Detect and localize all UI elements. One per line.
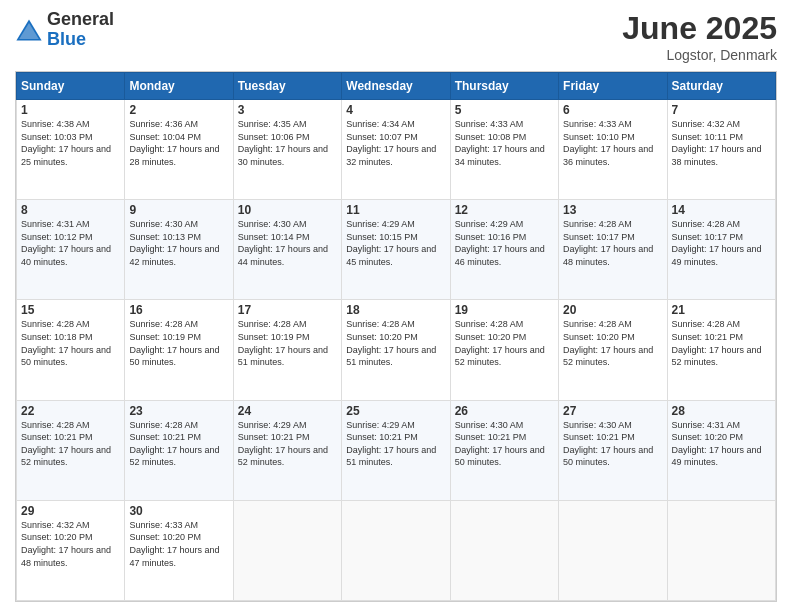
header: General Blue June 2025 Logstor, Denmark (15, 10, 777, 63)
day-number: 19 (455, 303, 554, 317)
day-cell: 22Sunrise: 4:28 AMSunset: 10:21 PMDaylig… (17, 400, 125, 500)
day-info: Sunrise: 4:28 AMSunset: 10:21 PMDaylight… (672, 318, 771, 368)
day-cell: 1Sunrise: 4:38 AMSunset: 10:03 PMDayligh… (17, 100, 125, 200)
day-cell: 4Sunrise: 4:34 AMSunset: 10:07 PMDayligh… (342, 100, 450, 200)
day-info: Sunrise: 4:31 AMSunset: 10:20 PMDaylight… (672, 419, 771, 469)
day-cell: 21Sunrise: 4:28 AMSunset: 10:21 PMDaylig… (667, 300, 775, 400)
day-info: Sunrise: 4:33 AMSunset: 10:08 PMDaylight… (455, 118, 554, 168)
column-header-friday: Friday (559, 73, 667, 100)
day-cell: 29Sunrise: 4:32 AMSunset: 10:20 PMDaylig… (17, 500, 125, 600)
week-row-2: 8Sunrise: 4:31 AMSunset: 10:12 PMDayligh… (17, 200, 776, 300)
day-cell: 3Sunrise: 4:35 AMSunset: 10:06 PMDayligh… (233, 100, 341, 200)
day-info: Sunrise: 4:31 AMSunset: 10:12 PMDaylight… (21, 218, 120, 268)
day-cell: 17Sunrise: 4:28 AMSunset: 10:19 PMDaylig… (233, 300, 341, 400)
day-number: 5 (455, 103, 554, 117)
day-number: 26 (455, 404, 554, 418)
day-info: Sunrise: 4:29 AMSunset: 10:21 PMDaylight… (346, 419, 445, 469)
day-number: 17 (238, 303, 337, 317)
day-cell: 10Sunrise: 4:30 AMSunset: 10:14 PMDaylig… (233, 200, 341, 300)
logo-icon (15, 16, 43, 44)
day-number: 27 (563, 404, 662, 418)
day-number: 1 (21, 103, 120, 117)
day-number: 23 (129, 404, 228, 418)
day-info: Sunrise: 4:35 AMSunset: 10:06 PMDaylight… (238, 118, 337, 168)
day-number: 6 (563, 103, 662, 117)
day-info: Sunrise: 4:29 AMSunset: 10:21 PMDaylight… (238, 419, 337, 469)
day-number: 10 (238, 203, 337, 217)
day-info: Sunrise: 4:32 AMSunset: 10:20 PMDaylight… (21, 519, 120, 569)
day-info: Sunrise: 4:29 AMSunset: 10:15 PMDaylight… (346, 218, 445, 268)
day-info: Sunrise: 4:30 AMSunset: 10:13 PMDaylight… (129, 218, 228, 268)
day-info: Sunrise: 4:30 AMSunset: 10:21 PMDaylight… (455, 419, 554, 469)
day-info: Sunrise: 4:33 AMSunset: 10:20 PMDaylight… (129, 519, 228, 569)
day-info: Sunrise: 4:30 AMSunset: 10:14 PMDaylight… (238, 218, 337, 268)
logo-text: General Blue (47, 10, 114, 50)
day-cell: 24Sunrise: 4:29 AMSunset: 10:21 PMDaylig… (233, 400, 341, 500)
day-info: Sunrise: 4:28 AMSunset: 10:21 PMDaylight… (21, 419, 120, 469)
page: General Blue June 2025 Logstor, Denmark … (0, 0, 792, 612)
day-cell: 26Sunrise: 4:30 AMSunset: 10:21 PMDaylig… (450, 400, 558, 500)
day-number: 2 (129, 103, 228, 117)
day-number: 11 (346, 203, 445, 217)
day-cell: 15Sunrise: 4:28 AMSunset: 10:18 PMDaylig… (17, 300, 125, 400)
day-cell: 2Sunrise: 4:36 AMSunset: 10:04 PMDayligh… (125, 100, 233, 200)
day-number: 8 (21, 203, 120, 217)
day-number: 16 (129, 303, 228, 317)
column-header-saturday: Saturday (667, 73, 775, 100)
week-row-4: 22Sunrise: 4:28 AMSunset: 10:21 PMDaylig… (17, 400, 776, 500)
calendar-table: SundayMondayTuesdayWednesdayThursdayFrid… (16, 72, 776, 601)
day-number: 30 (129, 504, 228, 518)
day-cell (450, 500, 558, 600)
day-number: 13 (563, 203, 662, 217)
day-info: Sunrise: 4:28 AMSunset: 10:19 PMDaylight… (129, 318, 228, 368)
day-number: 9 (129, 203, 228, 217)
day-cell: 25Sunrise: 4:29 AMSunset: 10:21 PMDaylig… (342, 400, 450, 500)
week-row-3: 15Sunrise: 4:28 AMSunset: 10:18 PMDaylig… (17, 300, 776, 400)
day-number: 25 (346, 404, 445, 418)
day-cell: 8Sunrise: 4:31 AMSunset: 10:12 PMDayligh… (17, 200, 125, 300)
day-number: 7 (672, 103, 771, 117)
day-number: 28 (672, 404, 771, 418)
day-number: 12 (455, 203, 554, 217)
day-info: Sunrise: 4:36 AMSunset: 10:04 PMDaylight… (129, 118, 228, 168)
day-cell: 27Sunrise: 4:30 AMSunset: 10:21 PMDaylig… (559, 400, 667, 500)
day-cell (233, 500, 341, 600)
column-header-thursday: Thursday (450, 73, 558, 100)
day-cell (667, 500, 775, 600)
day-cell: 14Sunrise: 4:28 AMSunset: 10:17 PMDaylig… (667, 200, 775, 300)
day-cell: 18Sunrise: 4:28 AMSunset: 10:20 PMDaylig… (342, 300, 450, 400)
day-info: Sunrise: 4:28 AMSunset: 10:18 PMDaylight… (21, 318, 120, 368)
day-cell: 23Sunrise: 4:28 AMSunset: 10:21 PMDaylig… (125, 400, 233, 500)
header-row: SundayMondayTuesdayWednesdayThursdayFrid… (17, 73, 776, 100)
day-cell (559, 500, 667, 600)
day-cell: 11Sunrise: 4:29 AMSunset: 10:15 PMDaylig… (342, 200, 450, 300)
day-info: Sunrise: 4:29 AMSunset: 10:16 PMDaylight… (455, 218, 554, 268)
calendar-subtitle: Logstor, Denmark (622, 47, 777, 63)
day-cell: 19Sunrise: 4:28 AMSunset: 10:20 PMDaylig… (450, 300, 558, 400)
day-cell: 28Sunrise: 4:31 AMSunset: 10:20 PMDaylig… (667, 400, 775, 500)
day-number: 21 (672, 303, 771, 317)
day-info: Sunrise: 4:28 AMSunset: 10:17 PMDaylight… (672, 218, 771, 268)
day-info: Sunrise: 4:28 AMSunset: 10:20 PMDaylight… (455, 318, 554, 368)
day-cell: 20Sunrise: 4:28 AMSunset: 10:20 PMDaylig… (559, 300, 667, 400)
day-cell: 9Sunrise: 4:30 AMSunset: 10:13 PMDayligh… (125, 200, 233, 300)
day-cell: 12Sunrise: 4:29 AMSunset: 10:16 PMDaylig… (450, 200, 558, 300)
day-number: 24 (238, 404, 337, 418)
day-info: Sunrise: 4:34 AMSunset: 10:07 PMDaylight… (346, 118, 445, 168)
logo-blue: Blue (47, 30, 114, 50)
day-cell: 6Sunrise: 4:33 AMSunset: 10:10 PMDayligh… (559, 100, 667, 200)
day-cell: 16Sunrise: 4:28 AMSunset: 10:19 PMDaylig… (125, 300, 233, 400)
day-cell (342, 500, 450, 600)
calendar-body: 1Sunrise: 4:38 AMSunset: 10:03 PMDayligh… (17, 100, 776, 601)
week-row-1: 1Sunrise: 4:38 AMSunset: 10:03 PMDayligh… (17, 100, 776, 200)
day-info: Sunrise: 4:33 AMSunset: 10:10 PMDaylight… (563, 118, 662, 168)
column-header-sunday: Sunday (17, 73, 125, 100)
day-info: Sunrise: 4:32 AMSunset: 10:11 PMDaylight… (672, 118, 771, 168)
calendar-title: June 2025 (622, 10, 777, 47)
logo-general: General (47, 10, 114, 30)
day-info: Sunrise: 4:30 AMSunset: 10:21 PMDaylight… (563, 419, 662, 469)
column-header-monday: Monday (125, 73, 233, 100)
day-info: Sunrise: 4:28 AMSunset: 10:20 PMDaylight… (346, 318, 445, 368)
day-info: Sunrise: 4:28 AMSunset: 10:19 PMDaylight… (238, 318, 337, 368)
day-info: Sunrise: 4:28 AMSunset: 10:17 PMDaylight… (563, 218, 662, 268)
